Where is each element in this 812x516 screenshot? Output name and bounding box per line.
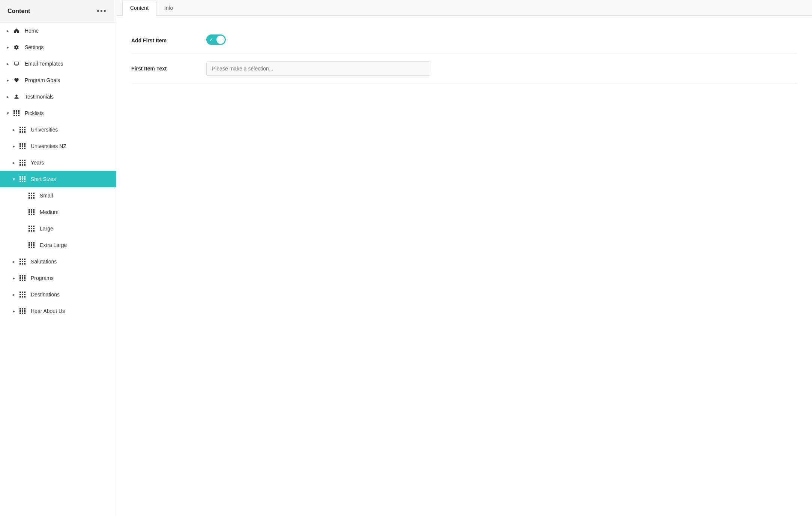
sidebar-item-settings[interactable]: ►Settings [0,39,116,55]
grid-icon [12,109,21,118]
first-item-text-input[interactable] [206,61,431,76]
grid-icon [18,125,27,134]
sidebar-item-label: Medium [40,209,59,215]
arrow-icon: ► [12,144,18,148]
sidebar-item-label: Destinations [31,292,60,298]
add-first-item-toggle[interactable]: ✓ [206,34,226,45]
arrow-icon: ► [12,161,18,165]
sidebar-item-medium[interactable]: Medium [0,204,116,220]
add-first-item-label: Add First Item [131,37,206,43]
sidebar-item-label: Programs [31,275,54,281]
arrow-icon: ▼ [6,111,12,115]
first-item-text-row: First Item Text [131,54,797,84]
sidebar-item-small[interactable]: Small [0,187,116,204]
toggle-slider: ✓ [206,34,226,45]
sidebar-item-destinations[interactable]: ►Destinations [0,286,116,303]
grid-icon [27,241,36,250]
sidebar-item-hear-about-us[interactable]: ►Hear About Us [0,303,116,319]
sidebar-item-label: Large [40,226,53,232]
grid-icon [18,307,27,316]
arrow-icon: ► [6,45,12,49]
sidebar-item-universities-nz[interactable]: ►Universities NZ [0,138,116,154]
content-panel: Add First Item ✓ First Item Text [116,16,812,516]
arrow-icon: ► [12,128,18,132]
sidebar-item-large[interactable]: Large [0,220,116,237]
sidebar-header: Content ••• [0,0,116,22]
sidebar-item-label: Email Templates [25,61,63,67]
sidebar-item-label: Universities [31,127,58,133]
sidebar: Content ••• ►Home►Settings►Email Templat… [0,0,116,516]
arrow-icon: ► [12,293,18,297]
grid-icon [18,175,27,184]
tab-info[interactable]: Info [156,0,181,16]
gear-icon [12,43,21,52]
sidebar-item-home[interactable]: ►Home [0,22,116,39]
sidebar-item-label: Small [40,193,53,199]
sidebar-item-salutations[interactable]: ►Salutations [0,253,116,270]
sidebar-item-shirt-sizes[interactable]: ▼Shirt Sizes [0,171,116,187]
monitor-icon [12,59,21,68]
sidebar-item-label: Picklists [25,110,44,116]
home-icon [12,26,21,35]
grid-icon [18,290,27,299]
grid-icon [27,208,36,217]
sidebar-item-program-goals[interactable]: ►Program Goals [0,72,116,88]
add-first-item-row: Add First Item ✓ [131,27,797,54]
tab-content[interactable]: Content [122,0,156,16]
grid-icon [18,142,27,151]
grid-icon [18,257,27,266]
sidebar-nav: ►Home►Settings►Email Templates►Program G… [0,22,116,319]
arrow-icon: ► [6,78,12,82]
sidebar-item-email-templates[interactable]: ►Email Templates [0,55,116,72]
heart-icon [12,76,21,85]
arrow-icon: ► [6,29,12,33]
grid-icon [27,191,36,200]
sidebar-title: Content [8,8,30,15]
sidebar-item-label: Extra Large [40,242,67,248]
arrow-icon: ▼ [12,177,18,181]
grid-icon [18,274,27,283]
arrow-icon: ► [6,62,12,66]
dots-menu-button[interactable]: ••• [95,7,108,15]
sidebar-item-programs[interactable]: ►Programs [0,270,116,286]
sidebar-item-extra-large[interactable]: Extra Large [0,237,116,253]
sidebar-item-label: Testimonials [25,94,54,100]
sidebar-item-label: Salutations [31,259,57,265]
add-first-item-value: ✓ [206,34,797,46]
sidebar-item-label: Years [31,160,44,166]
sidebar-item-label: Home [25,28,39,34]
sidebar-item-label: Universities NZ [31,143,66,149]
grid-icon [18,158,27,167]
sidebar-item-label: Settings [25,44,44,50]
sidebar-item-years[interactable]: ►Years [0,154,116,171]
sidebar-item-picklists[interactable]: ▼Picklists [0,105,116,121]
sidebar-item-label: Hear About Us [31,308,65,314]
main-panel: ContentInfo Add First Item ✓ First Item … [116,0,812,516]
arrow-icon: ► [6,95,12,99]
sidebar-item-label: Shirt Sizes [31,176,56,182]
tabs-bar: ContentInfo [116,0,812,16]
toggle-check-icon: ✓ [209,37,213,42]
sidebar-item-testimonials[interactable]: ►Testimonials [0,88,116,105]
arrow-icon: ► [12,276,18,280]
sidebar-item-label: Program Goals [25,77,60,83]
sidebar-item-universities[interactable]: ►Universities [0,121,116,138]
first-item-text-value [206,61,797,76]
first-item-text-label: First Item Text [131,66,206,72]
person-icon [12,92,21,101]
arrow-icon: ► [12,309,18,313]
grid-icon [27,224,36,233]
arrow-icon: ► [12,260,18,264]
